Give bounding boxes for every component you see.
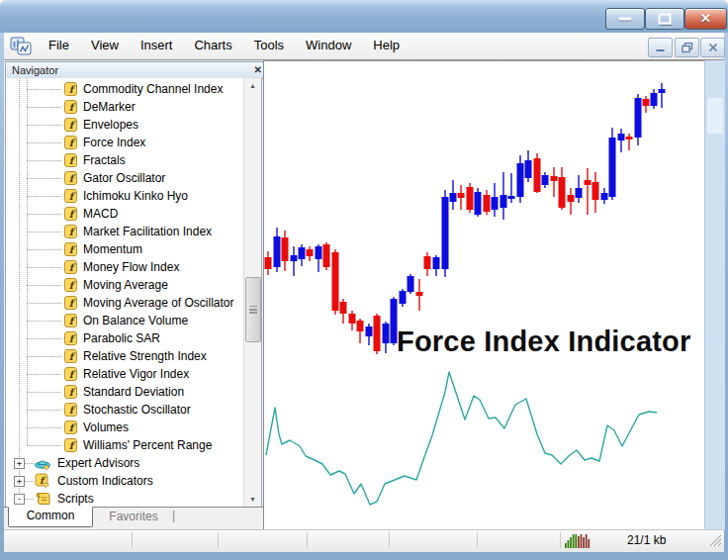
thumb-grip: [249, 306, 257, 308]
tree-item-force-index[interactable]: fForce Index: [6, 134, 243, 151]
chart-scrollbar[interactable]: [704, 60, 725, 530]
tree-item-gator-oscillator[interactable]: fGator Oscillator: [6, 169, 243, 187]
tree-node-scripts[interactable]: -Scripts: [6, 490, 243, 507]
tree-connector: [27, 249, 61, 250]
tree-connector: [25, 463, 34, 464]
tree-connector: [27, 303, 61, 304]
tree-connector: [27, 232, 61, 233]
minimize-button[interactable]: [605, 8, 645, 30]
tree-item-label: Force Index: [83, 136, 145, 149]
minimize-icon: [619, 18, 632, 21]
navigator-header[interactable]: Navigator ✕: [5, 61, 268, 79]
tree-connector: [27, 392, 61, 393]
tree-item-moving-average[interactable]: fMoving Average: [6, 276, 243, 294]
tree-connector: [27, 142, 61, 143]
chart-scrollbar-thumb[interactable]: [707, 98, 723, 134]
tab-favorites[interactable]: Favorites: [99, 509, 168, 527]
close-button[interactable]: ✕: [684, 8, 727, 30]
tree-item-money-flow-index[interactable]: fMoney Flow Index: [6, 258, 243, 276]
tree-connector: [27, 125, 61, 126]
tree-node-custom-indicators[interactable]: +fCustom Indicators: [6, 472, 243, 490]
mdi-restore-button[interactable]: [675, 38, 699, 57]
tree-connector: [27, 89, 61, 90]
mdi-minimize-button[interactable]: [648, 38, 673, 57]
tree-item-relative-strength-index[interactable]: fRelative Strength Index: [6, 347, 243, 365]
client-area: Navigator ✕ ▲ ▼ fCommodity Channel Index…: [4, 59, 724, 530]
menu-tools[interactable]: Tools: [243, 33, 295, 58]
status-divider: [218, 532, 219, 548]
mdi-close-icon: [708, 44, 718, 52]
tree-item-label: Market Facilitation Index: [83, 225, 212, 238]
scroll-up-icon[interactable]: ▲: [244, 78, 261, 93]
candlestick-chart: [264, 61, 704, 530]
tree-item-moving-average-of-oscillator[interactable]: fMoving Average of Oscillator: [6, 294, 243, 312]
menu-charts[interactable]: Charts: [183, 33, 242, 58]
tree-connector: [27, 374, 61, 375]
tree-item-label: Money Flow Index: [83, 260, 179, 274]
scroll-down-icon[interactable]: ▼: [244, 492, 261, 507]
tree-connector: [27, 178, 61, 179]
tree-item-label: Relative Vigor Index: [83, 367, 189, 381]
tree-item-label: Williams' Percent Range: [83, 438, 212, 452]
mdi-restore-icon: [682, 43, 693, 53]
mdi-minimize-icon: [655, 43, 666, 52]
tree-expand-box[interactable]: +: [14, 476, 25, 487]
menu-bar: FileViewInsertChartsToolsWindowHelp: [4, 33, 724, 60]
menu-insert[interactable]: Insert: [130, 33, 184, 58]
scrollbar-thumb[interactable]: [245, 277, 261, 342]
tab-common[interactable]: Common: [8, 507, 93, 527]
tree-connector: [27, 160, 61, 161]
tree-node-expert-advisors[interactable]: +Expert Advisors: [6, 454, 243, 472]
status-divider: [389, 532, 390, 548]
tree-connector: [25, 499, 34, 500]
tree-item-fractals[interactable]: fFractals: [6, 151, 243, 169]
tree-item-relative-vigor-index[interactable]: fRelative Vigor Index: [6, 365, 243, 383]
tree-node-label: Scripts: [57, 492, 94, 506]
tree-item-williams-percent-range[interactable]: fWilliams' Percent Range: [6, 436, 243, 454]
tree-item-volumes[interactable]: fVolumes: [6, 419, 243, 436]
tree-expand-box[interactable]: -: [14, 494, 25, 505]
chart-window: Force Index Indicator: [263, 60, 724, 530]
application-window: ✕ FileViewInsertChartsToolsWindowHelp: [0, 0, 728, 560]
tree-item-on-balance-volume[interactable]: fOn Balance Volume: [6, 312, 243, 329]
tree-item-parabolic-sar[interactable]: fParabolic SAR: [6, 329, 243, 347]
mt4-logo-icon[interactable]: [10, 37, 34, 56]
chart-canvas[interactable]: Force Index Indicator: [263, 60, 704, 530]
tree-item-demarker[interactable]: fDeMarker: [6, 98, 243, 116]
status-divider: [307, 532, 308, 548]
tree-connector: [27, 214, 61, 215]
tree-item-commodity-channel-index[interactable]: fCommodity Channel Index: [6, 80, 243, 98]
navigator-scrollbar[interactable]: ▲ ▼: [243, 78, 261, 507]
tree-item-label: MACD: [83, 207, 118, 221]
menu-file[interactable]: File: [38, 33, 80, 58]
status-divider: [477, 532, 478, 548]
close-icon: ✕: [685, 9, 726, 28]
tree-item-macd[interactable]: fMACD: [6, 205, 243, 223]
resize-grip[interactable]: [708, 533, 722, 551]
navigator-panel: Navigator ✕ ▲ ▼ fCommodity Channel Index…: [4, 60, 263, 530]
menu-window[interactable]: Window: [295, 33, 362, 58]
tree-item-envelopes[interactable]: fEnvelopes: [6, 116, 243, 134]
mdi-close-button[interactable]: [700, 38, 725, 57]
maximize-button[interactable]: [645, 8, 684, 30]
status-divider: [560, 532, 561, 548]
tree-item-label: Fractals: [83, 153, 126, 167]
tree-expand-box[interactable]: +: [14, 458, 25, 469]
tree-item-ichimoku-kinko-hyo[interactable]: fIchimoku Kinko Hyo: [6, 187, 243, 205]
navigator-title: Navigator: [12, 64, 58, 76]
chart-overlay-title: Force Index Indicator: [397, 326, 691, 358]
tree-item-label: Relative Strength Index: [83, 349, 207, 363]
tree-item-label: Momentum: [83, 242, 142, 256]
navigator-close-button[interactable]: ✕: [254, 62, 262, 78]
tree-item-momentum[interactable]: fMomentum: [6, 240, 243, 258]
tree-item-label: On Balance Volume: [83, 314, 188, 327]
tree-item-standard-deviation[interactable]: fStandard Deviation: [6, 383, 243, 401]
tree-item-stochastic-oscillator[interactable]: fStochastic Oscillator: [6, 401, 243, 419]
menu-items: FileViewInsertChartsToolsWindowHelp: [38, 33, 410, 59]
menu-help[interactable]: Help: [362, 33, 410, 58]
tree-item-label: Commodity Channel Index: [83, 82, 223, 96]
tree-item-market-facilitation-index[interactable]: fMarket Facilitation Index: [6, 223, 243, 240]
title-bar[interactable]: ✕: [0, 0, 728, 33]
menu-view[interactable]: View: [80, 33, 130, 58]
tree-item-label: Gator Oscillator: [83, 171, 165, 185]
